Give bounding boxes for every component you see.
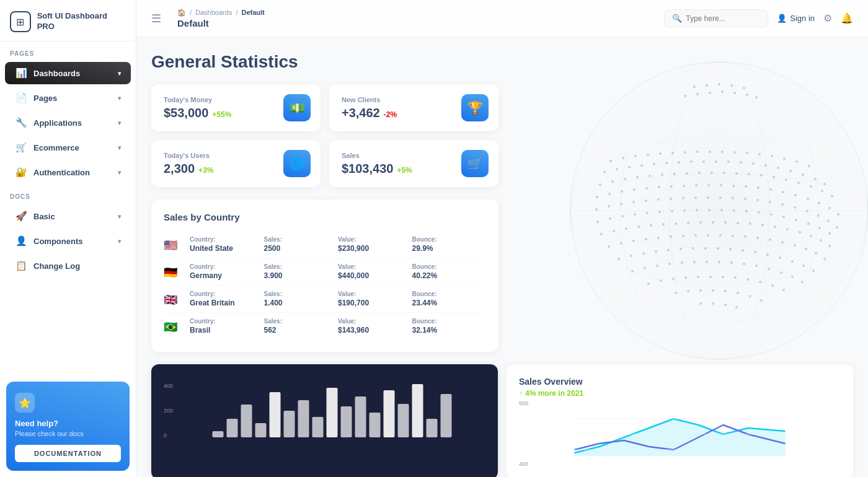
sales-overview-title: Sales Overview (519, 377, 841, 387)
svg-point-95 (645, 199, 647, 202)
svg-point-221 (749, 295, 751, 297)
col-header: Sales: (264, 291, 339, 297)
main-area: ☰ 🏠 / Dashboards / Default Default 🔍 👤 S… (136, 0, 868, 477)
svg-point-58 (698, 172, 701, 174)
svg-point-50 (599, 183, 601, 186)
svg-point-37 (678, 161, 680, 164)
sidebar-item-label: Components (33, 237, 82, 246)
chevron-down-icon: ▾ (118, 95, 121, 102)
svg-point-165 (769, 239, 771, 241)
svg-point-63 (760, 174, 763, 177)
search-input[interactable] (686, 14, 760, 23)
svg-point-145 (761, 224, 764, 226)
svg-point-52 (624, 178, 626, 180)
country-name: Germany (190, 271, 264, 280)
breadcrumb-dashboards[interactable]: Dashboards (195, 9, 232, 16)
svg-point-76 (670, 185, 673, 188)
svg-point-79 (707, 184, 710, 186)
svg-point-45 (777, 167, 779, 169)
chevron-down-icon: ▾ (118, 238, 121, 245)
svg-point-16 (634, 155, 637, 157)
svg-point-134 (625, 227, 627, 230)
sidebar-item-ecommerce[interactable]: 🛒 Ecommerce ▾ (5, 136, 131, 159)
svg-point-4 (718, 83, 720, 85)
svg-point-87 (807, 198, 809, 200)
svg-point-222 (760, 299, 763, 302)
svg-point-182 (754, 251, 756, 253)
svg-point-14 (609, 160, 612, 162)
header: ☰ 🏠 / Dashboards / Default Default 🔍 👤 S… (136, 0, 868, 37)
svg-point-39 (702, 160, 705, 163)
svg-point-193 (693, 261, 696, 263)
svg-point-207 (697, 276, 699, 278)
stat-value-clients: +3,462 (342, 106, 380, 120)
svg-point-124 (745, 210, 748, 212)
country-value: $190,700 (338, 299, 412, 307)
stat-change-users: +3% (198, 166, 213, 175)
search-icon: 🔍 (672, 14, 682, 23)
section-label-pages: PAGES (0, 42, 136, 61)
svg-point-106 (781, 203, 784, 206)
svg-point-201 (791, 276, 794, 278)
col-header: Value: (338, 291, 412, 297)
sidebar-item-pages[interactable]: 📄 Pages ▾ (5, 87, 131, 109)
stat-label-sales: Sales (342, 152, 412, 159)
svg-point-38 (690, 160, 693, 163)
bar-chart-svg (181, 377, 485, 439)
svg-point-21 (696, 151, 699, 153)
svg-point-198 (755, 265, 758, 267)
auth-icon: 🔐 (15, 167, 27, 178)
sidebar-item-authentication[interactable]: 🔐 Authentication ▾ (5, 161, 131, 183)
svg-point-40 (715, 160, 717, 163)
documentation-button[interactable]: DOCUMENTATION (15, 445, 121, 462)
svg-point-77 (683, 185, 685, 187)
country-sales: 1.400 (264, 299, 339, 307)
sales-by-country-card: Sales by Country 🇺🇸 Country: United Stat… (151, 199, 498, 352)
sidebar-item-components[interactable]: 👤 Components ▾ (5, 230, 131, 252)
pages-icon: 📄 (15, 92, 27, 103)
svg-point-65 (785, 178, 787, 181)
country-sales: 2500 (264, 244, 339, 253)
sidebar-item-basic[interactable]: 🚀 Basic ▾ (5, 205, 131, 227)
sidebar-item-dashboards[interactable]: 📊 Dashboards ▾ (5, 62, 131, 84)
svg-point-190 (656, 265, 658, 267)
sidebar-item-changelog[interactable]: 📋 Change Log (5, 255, 131, 277)
svg-point-125 (758, 211, 760, 214)
stat-change-sales: +5% (397, 166, 412, 175)
y-label-0: 0 (164, 432, 173, 439)
svg-point-153 (620, 242, 622, 245)
svg-point-168 (805, 248, 807, 250)
svg-point-206 (684, 276, 687, 279)
svg-point-132 (600, 233, 603, 235)
svg-point-61 (735, 172, 738, 175)
svg-point-196 (730, 261, 733, 264)
svg-point-188 (631, 270, 634, 273)
logo-icon: ⊞ (10, 11, 31, 32)
svg-point-55 (661, 173, 663, 176)
svg-point-60 (723, 172, 725, 174)
hamburger-icon[interactable]: ☰ (151, 12, 161, 25)
svg-point-173 (642, 252, 645, 255)
search-box[interactable]: 🔍 (664, 9, 768, 27)
svg-point-109 (817, 214, 820, 217)
svg-point-208 (709, 276, 712, 278)
col-header: Country: (190, 236, 264, 243)
col-header: Bounce: (412, 291, 487, 297)
svg-rect-237 (255, 423, 267, 437)
svg-point-144 (749, 222, 751, 225)
col-header: Sales: (264, 236, 339, 243)
sign-in-button[interactable]: 👤 Sign in (777, 14, 815, 23)
svg-point-163 (744, 235, 746, 238)
user-icon: 👤 (777, 14, 787, 23)
svg-point-17 (647, 154, 649, 156)
svg-rect-236 (241, 405, 252, 437)
svg-point-66 (797, 182, 800, 184)
svg-rect-234 (213, 431, 224, 437)
settings-icon[interactable]: ⚙ (823, 12, 832, 24)
bell-icon[interactable]: 🔔 (841, 12, 853, 24)
sidebar-item-applications[interactable]: 🔧 Applications ▾ (5, 112, 131, 134)
country-table: 🇺🇸 Country: United State Sales: 2500 Val… (164, 231, 486, 339)
svg-point-175 (667, 249, 670, 252)
sidebar-item-label: Pages (33, 94, 57, 103)
svg-point-233 (570, 99, 868, 322)
